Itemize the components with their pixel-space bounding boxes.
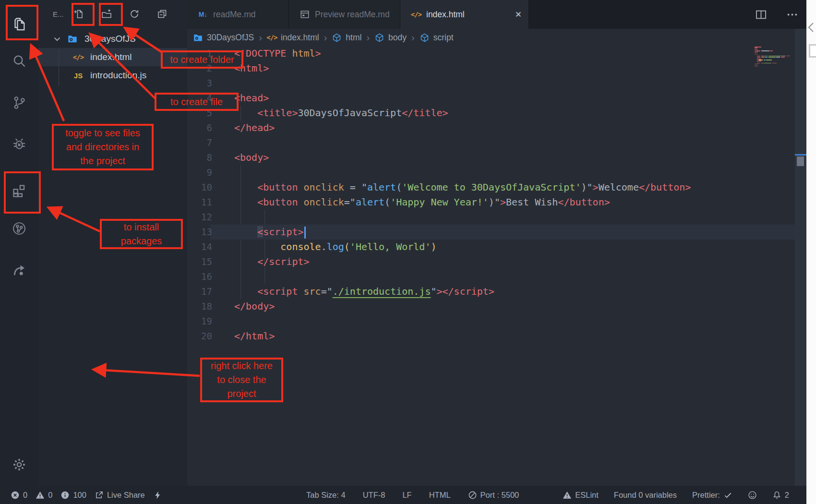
code-line-13: 13 <script> xyxy=(187,225,795,240)
activity-item-debug[interactable] xyxy=(0,132,38,156)
code-line-7: 7 xyxy=(187,135,795,150)
status-label: Prettier: xyxy=(692,491,720,500)
symbol-cube-icon xyxy=(420,33,430,43)
breadcrumb: 30DaysOfJS›</>index.html›html›body›scrip… xyxy=(187,29,806,46)
html-code-icon: </> xyxy=(267,33,277,43)
tab-label: readMe.md xyxy=(213,10,256,20)
line-number: 17 xyxy=(187,284,212,299)
line-number: 3 xyxy=(187,76,212,91)
line-number: 4 xyxy=(187,91,212,106)
line-number: 12 xyxy=(187,210,212,225)
html-code-icon: </> xyxy=(411,9,421,20)
tab-preview-readme-md[interactable]: Preview readMe.md xyxy=(289,0,400,29)
screenshot-edge-strip xyxy=(806,0,816,504)
status-label: HTML xyxy=(429,491,451,500)
line-number: 20 xyxy=(187,329,212,344)
tree-item-index-html[interactable]: </>index.html xyxy=(38,48,187,66)
code-editor[interactable]: 1<!DOCTYPE html>2<html>34<head>5 <title>… xyxy=(187,46,795,344)
breadcrumb-item-script[interactable]: script xyxy=(420,33,454,43)
info-icon xyxy=(60,491,70,500)
line-number: 1 xyxy=(187,46,212,61)
line-number: 19 xyxy=(187,314,212,329)
code-line-9: 9 xyxy=(187,165,795,180)
activity-item-settings[interactable] xyxy=(0,452,38,477)
html-code-icon: </> xyxy=(72,52,84,62)
status-bell-2[interactable]: 2 xyxy=(772,491,789,500)
code-line-10: 10 <button onclick = "alert('Welcome to … xyxy=(187,180,795,195)
tab-bar: M↓readMe.mdPreview readMe.md</>index.htm… xyxy=(187,0,806,29)
editor-actions xyxy=(755,8,799,21)
status-label: ESLint xyxy=(575,491,599,500)
status-bar: 00100Live Share Tab Size: 4UTF-8LFHTMLPo… xyxy=(0,486,806,504)
status-label: Port : 5500 xyxy=(480,491,519,500)
activity-item-live-share-session[interactable] xyxy=(0,216,38,241)
tab-index-html[interactable]: </>index.html✕ xyxy=(400,0,529,29)
tree-indent-guide xyxy=(59,49,59,86)
breadcrumb-label: body xyxy=(388,33,407,43)
editor-group[interactable]: M↓readMe.mdPreview readMe.md</>index.htm… xyxy=(187,0,806,486)
status-tab-size-4[interactable]: Tab Size: 4 xyxy=(306,491,346,500)
status-blocked-port-5500[interactable]: Port : 5500 xyxy=(468,491,519,500)
tree-item-label: 30DaysOfJS xyxy=(84,34,136,44)
close-icon[interactable]: ✕ xyxy=(515,10,522,20)
code-line-2: 2<html> xyxy=(187,61,795,76)
sidebar-title: E... xyxy=(53,10,64,18)
breadcrumb-item-30daysofjs[interactable]: 30DaysOfJS xyxy=(193,33,254,43)
status-found-0-variables[interactable]: Found 0 variables xyxy=(614,491,677,500)
status-live-share-live-share[interactable]: Live Share xyxy=(95,491,145,500)
status-prettier[interactable]: Prettier: xyxy=(692,491,732,500)
sidebar-header: E... xyxy=(38,6,187,23)
breadcrumb-item-html[interactable]: html xyxy=(332,33,361,43)
vscode-window: E... 30DaysOfJS</>index.htmlJSintroducti… xyxy=(0,0,816,504)
status-info-100[interactable]: 100 xyxy=(60,491,86,500)
activity-item-share[interactable] xyxy=(0,258,38,283)
chevron-right-icon: › xyxy=(259,32,262,43)
live-share-icon xyxy=(95,491,104,500)
new-file-icon[interactable] xyxy=(73,8,84,20)
activity-item-search[interactable] xyxy=(0,49,38,74)
tab-readme-md[interactable]: M↓readMe.md xyxy=(187,0,289,29)
code-line-8: 8<body> xyxy=(187,150,795,165)
settings-gear-icon xyxy=(11,456,27,473)
status-smiley[interactable] xyxy=(748,491,757,500)
status-lightning[interactable] xyxy=(153,491,162,500)
status-warning-0[interactable]: 0 xyxy=(36,491,52,500)
chevron-down-icon xyxy=(52,34,62,44)
status-warning-eslint[interactable]: ESLint xyxy=(563,491,599,500)
status-label: Live Share xyxy=(107,491,145,500)
scrollbar-thumb[interactable] xyxy=(797,156,804,166)
activity-item-source-control[interactable] xyxy=(0,90,38,115)
lightning-icon xyxy=(153,491,162,500)
activity-item-explorer[interactable] xyxy=(0,12,38,36)
status-utf-8[interactable]: UTF-8 xyxy=(363,491,385,500)
code-line-5: 5 <title>30DaysOfJavaScript</title> xyxy=(187,106,795,120)
new-folder-icon[interactable] xyxy=(101,8,112,20)
line-number: 6 xyxy=(187,120,212,135)
line-number: 11 xyxy=(187,195,212,210)
editor-scrollbar[interactable] xyxy=(795,29,806,486)
refresh-icon[interactable] xyxy=(129,8,140,20)
status-label: 100 xyxy=(73,491,86,500)
breadcrumb-item-index-html[interactable]: </>index.html xyxy=(267,33,319,43)
line-number: 14 xyxy=(187,240,212,254)
tab-label: Preview readMe.md xyxy=(315,10,390,20)
split-editor-icon[interactable] xyxy=(755,8,768,21)
markdown-icon: M↓ xyxy=(198,9,208,20)
tree-item-30daysofjs[interactable]: 30DaysOfJS xyxy=(38,30,187,48)
text-cursor xyxy=(304,227,306,239)
breadcrumb-item-body[interactable]: body xyxy=(374,33,407,43)
breadcrumb-label: index.html xyxy=(281,33,319,43)
line-number: 2 xyxy=(187,61,212,76)
tree-item-introduction-js[interactable]: JSintroduction.js xyxy=(38,66,187,84)
js-icon: JS xyxy=(72,70,84,81)
status-error-0[interactable]: 0 xyxy=(11,491,27,500)
status-html[interactable]: HTML xyxy=(429,491,451,500)
activity-item-extensions[interactable] xyxy=(0,179,38,204)
folder-icon xyxy=(66,34,79,44)
collapse-all-icon[interactable] xyxy=(156,8,168,20)
blocked-icon xyxy=(468,491,477,500)
more-actions-icon[interactable] xyxy=(786,8,799,21)
status-lf[interactable]: LF xyxy=(402,491,411,500)
code-line-4: 4<head> xyxy=(187,91,795,106)
status-left: 00100Live Share xyxy=(11,486,162,504)
